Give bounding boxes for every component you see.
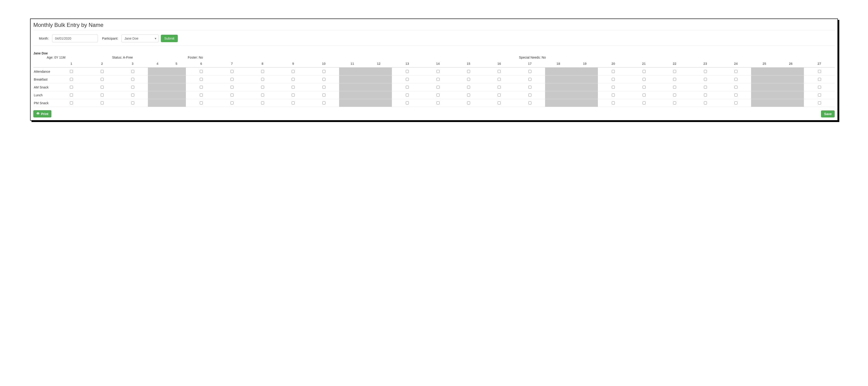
entry-checkbox[interactable] — [498, 93, 501, 96]
entry-checkbox[interactable] — [437, 93, 439, 96]
entry-checkbox[interactable] — [643, 101, 646, 105]
entry-checkbox[interactable] — [735, 78, 738, 81]
entry-checkbox[interactable] — [230, 78, 234, 81]
entry-checkbox[interactable] — [673, 78, 676, 81]
entry-checkbox[interactable] — [643, 78, 646, 81]
entry-checkbox[interactable] — [735, 101, 738, 105]
entry-checkbox[interactable] — [467, 101, 470, 105]
entry-checkbox[interactable] — [735, 93, 738, 96]
entry-checkbox[interactable] — [322, 78, 326, 81]
entry-checkbox[interactable] — [292, 93, 294, 96]
entry-checkbox[interactable] — [200, 86, 203, 89]
entry-checkbox[interactable] — [437, 101, 439, 105]
entry-checkbox[interactable] — [101, 70, 104, 73]
entry-checkbox[interactable] — [292, 70, 294, 73]
participant-select[interactable]: Jane Doe — [122, 34, 159, 42]
entry-checkbox[interactable] — [131, 86, 134, 89]
print-button[interactable]: Print — [33, 110, 51, 117]
entry-checkbox[interactable] — [292, 101, 294, 105]
entry-checkbox[interactable] — [200, 101, 203, 105]
entry-checkbox[interactable] — [498, 101, 501, 105]
entry-checkbox[interactable] — [70, 86, 73, 89]
entry-checkbox[interactable] — [131, 101, 134, 105]
entry-checkbox[interactable] — [704, 78, 707, 81]
entry-checkbox[interactable] — [101, 78, 104, 81]
entry-checkbox[interactable] — [200, 70, 203, 73]
entry-checkbox[interactable] — [498, 70, 501, 73]
entry-checkbox[interactable] — [818, 101, 821, 105]
entry-checkbox[interactable] — [612, 101, 615, 105]
entry-checkbox[interactable] — [131, 93, 134, 96]
entry-checkbox[interactable] — [322, 86, 326, 89]
entry-checkbox[interactable] — [643, 70, 646, 73]
entry-checkbox[interactable] — [70, 101, 73, 105]
entry-checkbox[interactable] — [70, 78, 73, 81]
entry-checkbox[interactable] — [528, 78, 531, 81]
entry-checkbox[interactable] — [437, 78, 439, 81]
entry-checkbox[interactable] — [261, 93, 264, 96]
entry-checkbox[interactable] — [406, 86, 409, 89]
entry-checkbox[interactable] — [322, 101, 326, 105]
entry-checkbox[interactable] — [322, 93, 326, 96]
entry-checkbox[interactable] — [818, 86, 821, 89]
entry-checkbox[interactable] — [292, 86, 294, 89]
entry-checkbox[interactable] — [261, 86, 264, 89]
entry-checkbox[interactable] — [406, 70, 409, 73]
entry-checkbox[interactable] — [101, 86, 104, 89]
entry-checkbox[interactable] — [406, 78, 409, 81]
entry-checkbox[interactable] — [101, 101, 104, 105]
entry-checkbox[interactable] — [643, 86, 646, 89]
entry-checkbox[interactable] — [818, 70, 821, 73]
entry-checkbox[interactable] — [406, 93, 409, 96]
entry-checkbox[interactable] — [70, 93, 73, 96]
entry-checkbox[interactable] — [673, 93, 676, 96]
entry-checkbox[interactable] — [230, 93, 234, 96]
entry-checkbox[interactable] — [230, 86, 234, 89]
entry-checkbox[interactable] — [70, 70, 73, 73]
entry-checkbox[interactable] — [131, 70, 134, 73]
entry-checkbox[interactable] — [101, 93, 104, 96]
entry-checkbox[interactable] — [230, 101, 234, 105]
entry-checkbox[interactable] — [498, 86, 501, 89]
entry-checkbox[interactable] — [528, 86, 531, 89]
save-button[interactable]: Save — [821, 111, 835, 117]
entry-checkbox[interactable] — [673, 70, 676, 73]
entry-checkbox[interactable] — [437, 70, 439, 73]
entry-checkbox[interactable] — [735, 86, 738, 89]
entry-checkbox[interactable] — [528, 70, 531, 73]
month-input[interactable] — [52, 34, 98, 42]
entry-checkbox[interactable] — [612, 86, 615, 89]
entry-checkbox[interactable] — [322, 70, 326, 73]
entry-checkbox[interactable] — [735, 70, 738, 73]
entry-checkbox[interactable] — [261, 101, 264, 105]
entry-checkbox[interactable] — [704, 101, 707, 105]
entry-checkbox[interactable] — [704, 70, 707, 73]
entry-checkbox[interactable] — [230, 70, 234, 73]
entry-checkbox[interactable] — [673, 101, 676, 105]
entry-checkbox[interactable] — [437, 86, 439, 89]
entry-checkbox[interactable] — [818, 78, 821, 81]
entry-checkbox[interactable] — [406, 101, 409, 105]
entry-checkbox[interactable] — [200, 93, 203, 96]
entry-checkbox[interactable] — [643, 93, 646, 96]
entry-checkbox[interactable] — [261, 78, 264, 81]
entry-checkbox[interactable] — [818, 93, 821, 96]
grid-scroll-container[interactable]: 1234567891011121314151617181920212223242… — [33, 60, 835, 108]
entry-checkbox[interactable] — [292, 78, 294, 81]
entry-checkbox[interactable] — [673, 86, 676, 89]
entry-checkbox[interactable] — [704, 86, 707, 89]
entry-checkbox[interactable] — [467, 86, 470, 89]
entry-checkbox[interactable] — [528, 101, 531, 105]
submit-button[interactable]: Submit — [161, 35, 178, 42]
entry-checkbox[interactable] — [612, 93, 615, 96]
entry-checkbox[interactable] — [467, 70, 470, 73]
entry-checkbox[interactable] — [467, 78, 470, 81]
entry-checkbox[interactable] — [131, 78, 134, 81]
entry-checkbox[interactable] — [612, 70, 615, 73]
entry-checkbox[interactable] — [704, 93, 707, 96]
entry-checkbox[interactable] — [528, 93, 531, 96]
entry-checkbox[interactable] — [498, 78, 501, 81]
entry-checkbox[interactable] — [467, 93, 470, 96]
entry-checkbox[interactable] — [200, 78, 203, 81]
entry-checkbox[interactable] — [612, 78, 615, 81]
